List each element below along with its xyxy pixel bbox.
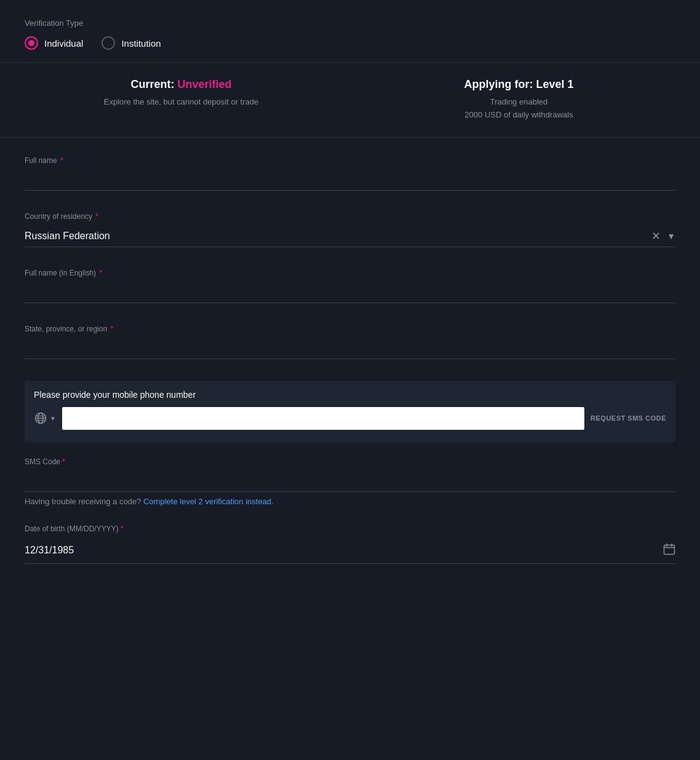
radio-circle-individual[interactable] bbox=[25, 36, 38, 50]
radio-circle-institution[interactable] bbox=[101, 36, 115, 50]
country-required: * bbox=[93, 212, 98, 221]
phone-input-row: ▼ REQUEST SMS CODE bbox=[34, 407, 666, 430]
full-name-required: * bbox=[58, 156, 63, 165]
page-container: Verification Type Individual Institution… bbox=[0, 0, 700, 595]
current-label: Current: bbox=[130, 78, 174, 90]
current-status-value: Unverified bbox=[177, 78, 231, 90]
full-name-field: Full name * bbox=[25, 156, 675, 191]
full-name-input[interactable] bbox=[25, 170, 675, 191]
radio-individual[interactable]: Individual bbox=[25, 36, 83, 50]
sms-help-link[interactable]: Complete level 2 verification instead. bbox=[143, 497, 274, 506]
radio-institution[interactable]: Institution bbox=[101, 36, 161, 50]
state-province-label: State, province, or region * bbox=[25, 325, 675, 333]
sms-code-section: SMS Code * Having trouble receiving a co… bbox=[25, 457, 675, 506]
state-required: * bbox=[108, 325, 113, 333]
verification-type-radio-group: Individual Institution bbox=[25, 36, 675, 50]
phone-number-input[interactable] bbox=[62, 407, 584, 430]
current-status-title: Current: Unverified bbox=[25, 78, 338, 91]
request-sms-button[interactable]: REQUEST SMS CODE bbox=[591, 414, 666, 422]
applying-feature-1: Trading enabled bbox=[362, 96, 675, 109]
verification-type-section: Verification Type Individual Institution bbox=[25, 12, 675, 62]
calendar-icon[interactable] bbox=[663, 543, 675, 558]
dob-value-row[interactable]: 12/31/1985 bbox=[25, 538, 675, 564]
current-status-description: Explore the site, but cannot deposit or … bbox=[25, 96, 338, 109]
applying-feature-2: 2000 USD of daily withdrawals bbox=[362, 109, 675, 122]
applying-label: Applying for: bbox=[464, 78, 533, 90]
svg-rect-5 bbox=[664, 545, 675, 554]
state-province-field: State, province, or region * bbox=[25, 325, 675, 359]
full-name-english-required: * bbox=[97, 269, 102, 277]
status-section: Current: Unverified Explore the site, bu… bbox=[0, 63, 700, 138]
phone-section-label: Please provide your mobile phone number bbox=[34, 390, 666, 400]
radio-label-institution: Institution bbox=[121, 38, 161, 49]
applying-status-panel: Applying for: Level 1 Trading enabled 20… bbox=[350, 78, 675, 122]
sms-help-text: Having trouble receiving a code? Complet… bbox=[25, 497, 675, 506]
full-name-label: Full name * bbox=[25, 156, 675, 165]
country-select-wrapper[interactable]: Russian Federation ✕ ▼ bbox=[25, 226, 675, 247]
phone-country-chevron: ▼ bbox=[50, 415, 56, 422]
full-name-english-input[interactable] bbox=[25, 282, 675, 303]
applying-features: Trading enabled 2000 USD of daily withdr… bbox=[362, 96, 675, 122]
applying-status-title: Applying for: Level 1 bbox=[362, 78, 675, 91]
form-section: Full name * Country of residency * Russi… bbox=[25, 138, 675, 564]
sms-required: * bbox=[60, 457, 65, 466]
sms-help-static: Having trouble receiving a code? bbox=[25, 497, 141, 506]
country-clear-button[interactable]: ✕ bbox=[651, 231, 661, 242]
globe-icon bbox=[34, 411, 47, 425]
country-residency-field: Country of residency * Russian Federatio… bbox=[25, 212, 675, 247]
sms-code-input[interactable] bbox=[25, 471, 675, 492]
applying-level-value: Level 1 bbox=[536, 78, 573, 90]
sms-code-label: SMS Code * bbox=[25, 457, 675, 466]
full-name-english-label: Full name (in English) * bbox=[25, 269, 675, 277]
dob-required: * bbox=[119, 524, 124, 533]
dob-value: 12/31/1985 bbox=[25, 545, 74, 556]
phone-country-selector[interactable]: ▼ bbox=[34, 411, 56, 425]
state-province-input[interactable] bbox=[25, 338, 675, 359]
country-selected-value: Russian Federation bbox=[25, 231, 651, 242]
verification-type-label: Verification Type bbox=[25, 18, 675, 28]
country-residency-label: Country of residency * bbox=[25, 212, 675, 221]
country-dropdown-icon[interactable]: ▼ bbox=[667, 231, 675, 241]
phone-section: Please provide your mobile phone number … bbox=[25, 381, 675, 442]
current-status-panel: Current: Unverified Explore the site, bu… bbox=[25, 78, 350, 122]
radio-label-individual: Individual bbox=[44, 38, 83, 49]
date-of-birth-section: Date of birth (MM/DD/YYYY) * 12/31/1985 bbox=[25, 524, 675, 564]
full-name-english-field: Full name (in English) * bbox=[25, 269, 675, 303]
dob-label: Date of birth (MM/DD/YYYY) * bbox=[25, 524, 675, 533]
